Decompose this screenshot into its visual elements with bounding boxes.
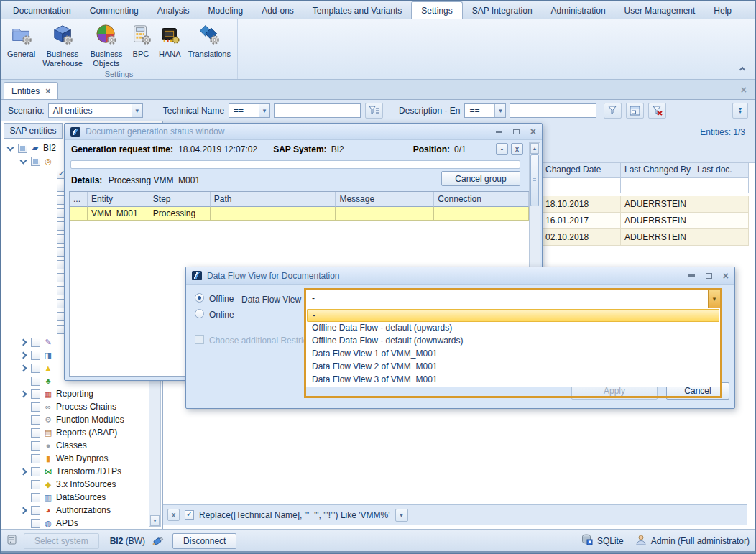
tab-entities[interactable]: Entities × [4, 82, 58, 99]
expander-right-icon[interactable] [19, 506, 28, 514]
restore-icon[interactable] [706, 273, 712, 279]
tree-checkbox[interactable] [31, 493, 40, 502]
technical-name-input[interactable] [274, 103, 361, 118]
filter-cell-2[interactable] [693, 177, 749, 193]
column-header-connection[interactable]: Connection [434, 192, 529, 207]
expander-right-icon[interactable] [19, 338, 28, 346]
tree-row-process-chains[interactable]: ∞Process Chains [2, 400, 147, 413]
chevron-down-icon[interactable]: ▾ [708, 290, 720, 308]
additional-restrictions-checkbox[interactable] [195, 335, 204, 344]
table-row[interactable]: 18.10.2018ADUERRSTEIN [542, 196, 749, 213]
sap-entities-tab[interactable]: SAP entities [4, 123, 63, 139]
tree-checkbox[interactable] [18, 144, 27, 153]
minimize-icon[interactable] [688, 274, 695, 277]
tab-close-icon[interactable]: × [45, 86, 50, 96]
description-operator-combo[interactable]: == ▾ [464, 103, 506, 118]
chevron-down-icon[interactable]: ▾ [259, 104, 269, 117]
chevron-down-icon[interactable]: ▾ [132, 104, 142, 117]
online-radio[interactable] [195, 309, 204, 318]
column-header-last-doc[interactable]: Last doc. [693, 163, 749, 177]
dropdown-option-3[interactable]: Data Flow View 1 of VMM_M001 [307, 348, 719, 361]
business-warehouse-button[interactable]: Business Warehouse [39, 22, 86, 70]
group-close-button[interactable]: x [511, 143, 523, 155]
table-row[interactable]: 02.10.2018ADUERRSTEIN [542, 229, 749, 246]
dialog-title-bar[interactable]: Data Flow View for Documentation × [186, 267, 734, 285]
menu-item-documentation[interactable]: Documentation [4, 2, 80, 19]
tree-checkbox[interactable] [31, 402, 40, 412]
expander-right-icon[interactable] [19, 364, 28, 372]
tree-checkbox[interactable] [31, 377, 40, 386]
column-header-changed-date[interactable]: Changed Date [542, 163, 621, 177]
filter-panel-button[interactable] [626, 103, 644, 119]
dropdown-option-0[interactable]: - [307, 309, 719, 322]
tree-checkbox[interactable] [31, 364, 40, 373]
column-header-message[interactable]: Message [336, 192, 434, 207]
tree-checkbox[interactable] [31, 467, 40, 476]
column-header-step[interactable]: Step [149, 192, 211, 207]
hana-button[interactable]: HANA [155, 22, 185, 61]
dropdown-option-5[interactable]: Data Flow View 3 of VMM_M001 [307, 374, 719, 387]
table-row[interactable]: 16.01.2017ADUERRSTEIN [542, 213, 749, 229]
tree-row-authorizations[interactable]: ◕Authorizations [2, 504, 147, 517]
close-icon[interactable]: × [530, 128, 536, 135]
general-button[interactable]: General [4, 22, 39, 61]
technical-name-operator-combo[interactable]: == ▾ [229, 103, 270, 118]
tree-row-apds[interactable]: ◍APDs [2, 517, 147, 528]
menu-item-settings[interactable]: Settings [411, 1, 462, 19]
tree-checkbox[interactable] [31, 519, 40, 528]
business-objects-button[interactable]: Business Objects [86, 22, 126, 70]
tree-checkbox[interactable] [31, 157, 40, 166]
menu-item-modeling[interactable]: Modeling [198, 2, 252, 19]
clear-filter-button[interactable] [648, 103, 666, 119]
expand-filters-button[interactable]: ▾▾ [732, 103, 748, 119]
scroll-down-button[interactable]: ▾ [150, 515, 160, 526]
tree-row-function-modules[interactable]: ⚙Function Modules [2, 413, 147, 426]
scroll-up-button[interactable]: ▴ [530, 143, 539, 154]
tree-checkbox[interactable] [31, 454, 40, 463]
tree-checkbox[interactable] [31, 389, 40, 399]
filter-history-button[interactable]: ▾ [395, 509, 408, 522]
chevron-down-icon[interactable]: ▾ [494, 104, 505, 117]
close-icon[interactable]: × [723, 272, 729, 280]
description-input[interactable] [510, 103, 596, 118]
filter-button[interactable] [604, 103, 622, 119]
cancel-group-button[interactable]: Cancel group [441, 171, 520, 186]
restore-icon[interactable] [513, 129, 520, 134]
column-header-entity[interactable]: Entity [88, 192, 149, 207]
column-header-ellipsis[interactable]: ... [70, 192, 88, 207]
scenario-combo[interactable]: All entities ▾ [48, 103, 143, 118]
menu-item-help[interactable]: Help [704, 2, 741, 19]
menu-item-user-management[interactable]: User Management [615, 2, 705, 19]
tree-checkbox[interactable] [31, 441, 40, 451]
menu-item-commenting[interactable]: Commenting [80, 2, 148, 19]
dropdown-option-2[interactable]: Offline Data Flow - default (downwards) [307, 335, 719, 348]
tree-row-classes[interactable]: ●Classes [2, 439, 147, 452]
dropdown-option-1[interactable]: Offline Data Flow - default (upwards) [307, 322, 719, 335]
tree-row-reporting[interactable]: ▦Reporting [2, 387, 147, 400]
disconnect-button[interactable]: Disconnect [172, 533, 236, 549]
expander-right-icon[interactable] [19, 389, 28, 398]
tree-checkbox[interactable] [31, 480, 40, 489]
tree-row-datasources[interactable]: ▥DataSources [2, 491, 147, 504]
filter-edit-button[interactable] [365, 103, 383, 119]
dialog-title-bar[interactable]: Document generation status window × [65, 124, 542, 140]
dialog-scroll-thumb[interactable] [530, 154, 539, 206]
tree-checkbox[interactable] [31, 506, 40, 515]
menu-item-analysis[interactable]: Analysis [148, 2, 199, 19]
menu-item-templates-and-variants[interactable]: Templates and Variants [303, 2, 412, 19]
menu-item-administration[interactable]: Administration [542, 2, 615, 19]
menu-item-add-ons[interactable]: Add-ons [252, 2, 303, 19]
table-row[interactable]: VMM_M001Processing [70, 207, 529, 221]
dropdown-option-4[interactable]: Data Flow View 2 of VMM_M001 [307, 361, 719, 374]
data-flow-view-combo[interactable]: - ▾ [306, 290, 720, 308]
translations-button[interactable]: Translations [184, 22, 234, 61]
tree-checkbox[interactable] [31, 351, 40, 360]
database-label[interactable]: SQLite [597, 536, 624, 546]
select-system-button[interactable]: Select system [24, 533, 99, 549]
expander-down-icon[interactable] [6, 144, 15, 152]
offline-radio[interactable] [195, 293, 204, 303]
bpc-button[interactable]: BPC [126, 22, 155, 61]
tabrow-close-icon[interactable]: × [741, 84, 747, 96]
tree-checkbox[interactable] [31, 428, 40, 438]
group-minimize-button[interactable]: - [496, 143, 508, 155]
